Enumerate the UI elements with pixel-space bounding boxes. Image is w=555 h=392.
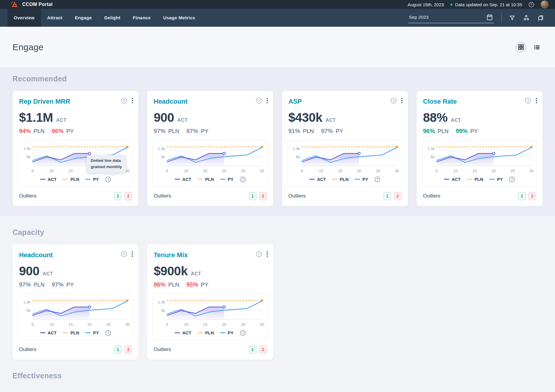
sparkline-chart: 1.3k5k51015202530 xyxy=(156,297,264,328)
legend-help-icon[interactable]: ? xyxy=(240,176,246,182)
metric-title[interactable]: Close Rate xyxy=(423,98,457,105)
outlier-badge-good[interactable]: 1 xyxy=(384,192,391,200)
pln-percent: 86% xyxy=(154,281,165,288)
svg-text:5k: 5k xyxy=(161,155,165,159)
outlier-badge-good[interactable]: 1 xyxy=(114,192,122,200)
svg-text:30: 30 xyxy=(260,322,264,326)
chart-legend: ACT PLN PY ? xyxy=(156,175,264,185)
legend-help-icon[interactable]: ? xyxy=(374,176,380,182)
svg-text:?: ? xyxy=(107,331,109,335)
tab-delight[interactable]: Delight xyxy=(98,9,127,27)
legend-help-icon[interactable]: ? xyxy=(240,330,246,336)
svg-text:30: 30 xyxy=(125,322,130,326)
outliers-label: Outliers xyxy=(288,193,306,199)
svg-text:25: 25 xyxy=(376,169,380,173)
outlier-badge-good[interactable]: 1 xyxy=(518,192,526,200)
kebab-menu-icon[interactable] xyxy=(132,251,133,257)
legend-help-icon[interactable]: ? xyxy=(105,330,111,336)
kebab-menu-icon[interactable] xyxy=(267,98,268,103)
py-percent: 97% xyxy=(52,281,64,288)
tab-usage-metrics[interactable]: Usage Metrics xyxy=(157,9,201,27)
metric-title[interactable]: Headcount xyxy=(154,98,187,105)
outlier-badge-bad[interactable]: 2 xyxy=(259,192,267,200)
metric-help-icon[interactable]: ? xyxy=(525,97,531,104)
pln-line-swatch xyxy=(63,332,68,333)
date-picker-value[interactable]: Sep 2023 xyxy=(409,15,428,20)
kebab-menu-icon[interactable] xyxy=(536,98,537,103)
filter-icon[interactable] xyxy=(509,15,515,21)
metric-help-icon[interactable]: ? xyxy=(121,251,127,257)
svg-text:?: ? xyxy=(392,99,395,102)
list-view-button[interactable] xyxy=(531,42,543,53)
metric-help-icon[interactable]: ? xyxy=(121,97,127,104)
py-percent: 95% xyxy=(186,281,198,288)
py-percent: 96% xyxy=(52,128,64,135)
metric-title[interactable]: Rep Driven MRR xyxy=(19,98,70,105)
legend-py: PY xyxy=(85,177,99,182)
tab-engage[interactable]: Engage xyxy=(69,9,98,27)
outlier-badge-bad[interactable]: 2 xyxy=(124,346,132,354)
kebab-menu-icon[interactable] xyxy=(132,98,133,103)
svg-text:5k: 5k xyxy=(26,155,31,159)
py-label: PY xyxy=(201,282,208,288)
py-percent: 97% xyxy=(186,128,198,135)
kebab-menu-icon[interactable] xyxy=(401,98,403,103)
section-effectiveness: Effectiveness xyxy=(0,360,555,388)
svg-text:30: 30 xyxy=(529,169,534,173)
outlier-badge-bad[interactable]: 2 xyxy=(124,192,132,200)
data-updated-text: Data updated on Sep. 21 at 10:35 xyxy=(455,2,522,7)
metric-title[interactable]: Headcount xyxy=(19,251,53,259)
legend-help-icon[interactable]: ? xyxy=(105,176,111,182)
svg-text:25: 25 xyxy=(106,322,111,326)
metric-value: 900 xyxy=(19,264,40,278)
bookmark-icon[interactable] xyxy=(537,15,544,21)
act-line-swatch xyxy=(444,179,449,180)
legend-act: ACT xyxy=(40,177,57,182)
pln-label: PLN xyxy=(438,128,449,135)
pln-percent: 94% xyxy=(19,128,31,135)
tab-attract[interactable]: Attract xyxy=(41,9,69,27)
outlier-badge-bad[interactable]: 2 xyxy=(529,192,536,200)
metric-help-icon[interactable]: ? xyxy=(256,251,262,257)
outliers-label: Outliers xyxy=(19,347,37,353)
metric-help-icon[interactable]: ? xyxy=(390,97,397,104)
outliers-label: Outliers xyxy=(19,193,37,199)
svg-text:15: 15 xyxy=(472,169,477,173)
py-line-swatch xyxy=(220,332,226,333)
act-line-swatch xyxy=(40,179,45,180)
legend-py: PY xyxy=(220,331,234,335)
calendar-icon[interactable] xyxy=(486,14,493,21)
metric-title[interactable]: ASP xyxy=(288,98,302,105)
user-avatar[interactable] xyxy=(541,1,548,8)
act-end-marker xyxy=(492,152,495,155)
mini-chart: 1.3k5k51015202530 ACT PLN PY ? Dotted li… xyxy=(152,294,268,340)
metric-help-icon[interactable]: ? xyxy=(256,97,262,104)
chart-legend: ACT PLN PY ? xyxy=(291,175,399,185)
main-nav: OverviewAttractEngageDelightFinanceUsage… xyxy=(0,9,555,27)
pln-line-swatch xyxy=(332,179,338,180)
tab-overview[interactable]: Overview xyxy=(7,9,41,27)
outlier-badge-good[interactable]: 1 xyxy=(249,346,256,354)
date-picker[interactable]: Sep 2023 xyxy=(408,12,494,23)
topbar: CCOM Portal August 15th, 2023 Data updat… xyxy=(0,0,555,9)
outlier-badge-bad[interactable]: 2 xyxy=(394,192,401,200)
outlier-badge-good[interactable]: 1 xyxy=(114,346,122,354)
legend-act: ACT xyxy=(309,177,326,182)
legend-pln: PLN xyxy=(198,177,214,182)
metric-card: Tenure Mix ? $900k ACT 86% PLN 95% PY xyxy=(147,244,273,360)
kebab-menu-icon[interactable] xyxy=(267,251,268,257)
grid-view-button[interactable] xyxy=(515,42,526,53)
legend-help-icon[interactable]: ? xyxy=(509,176,515,182)
mini-chart: 1.3k5k51015202530 ACT PLN PY ? Dotted li… xyxy=(152,140,268,186)
pln-label: PLN xyxy=(34,128,45,135)
help-icon[interactable]: ? xyxy=(529,2,534,7)
metric-title[interactable]: Tenure Mix xyxy=(154,251,188,259)
tab-finance[interactable]: Finance xyxy=(127,9,157,27)
outlier-badge-good[interactable]: 1 xyxy=(249,192,256,200)
metric-card: Headcount ? 900 ACT 97% PLN 97% PY xyxy=(147,91,273,206)
cluster-icon[interactable] xyxy=(523,14,530,21)
outlier-badge-bad[interactable]: 2 xyxy=(259,346,267,354)
svg-text:?: ? xyxy=(258,252,260,256)
svg-text:30: 30 xyxy=(395,169,399,173)
section-title: Recommended xyxy=(12,75,543,83)
